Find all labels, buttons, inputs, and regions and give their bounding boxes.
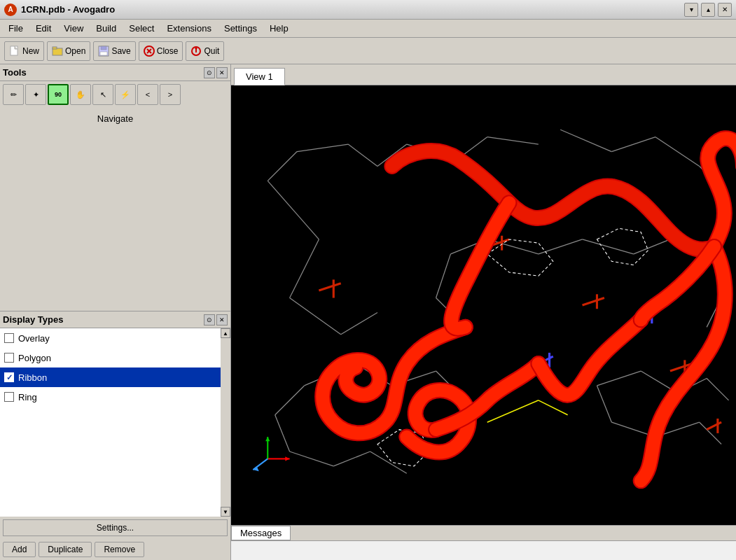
settings-button[interactable]: Settings... <box>3 519 228 536</box>
close-file-icon <box>144 46 155 57</box>
tools-panel-controls: ⊙ ✕ <box>204 67 228 78</box>
ring-label: Ring <box>18 392 37 402</box>
window-controls: ▾ ▴ ✕ <box>684 3 732 17</box>
tools-section: Tools ⊙ ✕ ✏ ✦ 90 ✋ ↖ ⚡ < > Navigate <box>0 64 230 312</box>
save-icon <box>98 46 109 57</box>
new-button[interactable]: New <box>4 41 44 61</box>
svg-rect-4 <box>101 46 106 50</box>
title-bar: A 1CRN.pdb - Avogadro ▾ ▴ ✕ <box>0 0 736 20</box>
main-toolbar: New Open Save Close <box>0 38 736 64</box>
open-button[interactable]: Open <box>47 41 90 61</box>
tools-title: Tools <box>3 67 27 78</box>
polygon-label: Polygon <box>18 353 51 363</box>
tools-float-button[interactable]: ⊙ <box>204 67 215 78</box>
new-icon <box>9 46 20 57</box>
menu-edit[interactable]: Edit <box>30 22 57 35</box>
tool-rotate[interactable]: 90 <box>48 84 69 105</box>
title-bar-left: A 1CRN.pdb - Avogadro <box>4 4 115 16</box>
display-item-ring[interactable]: Ring <box>0 387 230 407</box>
viewport[interactable] <box>231 85 736 525</box>
display-list: Overlay Polygon Ribbon Ring <box>0 328 230 407</box>
duplicate-button[interactable]: Duplicate <box>39 542 92 557</box>
display-types-header: Display Types ⊙ ✕ <box>0 312 230 328</box>
quit-icon <box>190 46 202 57</box>
ribbon-checkbox[interactable] <box>4 372 14 382</box>
window-title: 1CRN.pdb - Avogadro <box>21 4 115 15</box>
display-item-polygon[interactable]: Polygon <box>0 348 230 368</box>
svg-rect-0 <box>11 46 18 55</box>
messages-content <box>231 541 736 560</box>
messages-tabs: Messages <box>231 526 736 541</box>
save-button[interactable]: Save <box>93 41 135 61</box>
view-tabs: View 1 <box>231 64 736 85</box>
display-types-title: Display Types <box>3 314 63 325</box>
svg-rect-2 <box>53 47 57 49</box>
display-item-ribbon[interactable]: Ribbon <box>0 368 230 387</box>
messages-area: Messages <box>231 525 736 560</box>
minimize-button[interactable]: ▾ <box>684 3 698 17</box>
tools-close-button[interactable]: ✕ <box>216 67 228 78</box>
add-button[interactable]: Add <box>3 542 36 557</box>
view-tab-1[interactable]: View 1 <box>234 68 285 85</box>
app-icon: A <box>4 4 17 16</box>
display-types-close-button[interactable]: ✕ <box>216 314 228 326</box>
menu-help[interactable]: Help <box>264 22 294 35</box>
overlay-checkbox[interactable] <box>4 333 14 343</box>
messages-tab[interactable]: Messages <box>231 526 291 540</box>
svg-rect-5 <box>100 52 107 55</box>
tools-header: Tools ⊙ ✕ <box>0 64 230 81</box>
tool-select[interactable]: ✦ <box>25 84 46 105</box>
menu-bar: File Edit View Build Select Extensions S… <box>0 20 736 38</box>
remove-button[interactable]: Remove <box>95 542 144 557</box>
polygon-checkbox[interactable] <box>4 353 14 363</box>
close-button[interactable]: ✕ <box>718 3 732 17</box>
tool-arrow[interactable]: ↖ <box>92 84 113 105</box>
close-file-button[interactable]: Close <box>139 41 183 61</box>
menu-build[interactable]: Build <box>90 22 122 35</box>
display-list-scrollbar[interactable]: ▲ ▼ <box>221 328 230 517</box>
menu-settings[interactable]: Settings <box>218 22 263 35</box>
overlay-label: Overlay <box>18 333 50 344</box>
tool-prev[interactable]: < <box>137 84 158 105</box>
open-icon <box>52 46 63 57</box>
tool-next[interactable]: > <box>160 84 181 105</box>
ribbon-label: Ribbon <box>18 372 47 383</box>
maximize-button[interactable]: ▴ <box>701 3 715 17</box>
left-panel: Tools ⊙ ✕ ✏ ✦ 90 ✋ ↖ ⚡ < > Navigate <box>0 64 231 560</box>
menu-extensions[interactable]: Extensions <box>161 22 217 35</box>
menu-select[interactable]: Select <box>123 22 160 35</box>
display-types-controls: ⊙ ✕ <box>204 314 228 326</box>
menu-view[interactable]: View <box>58 22 89 35</box>
right-panel: View 1 <box>231 64 736 560</box>
navigate-label: Navigate <box>97 113 133 124</box>
scroll-down-arrow[interactable]: ▼ <box>221 507 230 517</box>
tools-content: Navigate <box>0 108 230 311</box>
tool-bond[interactable]: ⚡ <box>115 84 136 105</box>
display-types-section: Display Types ⊙ ✕ Overlay Polygon <box>0 312 230 560</box>
display-item-overlay[interactable]: Overlay <box>0 328 230 348</box>
ring-checkbox[interactable] <box>4 392 14 402</box>
display-list-container: Overlay Polygon Ribbon Ring <box>0 328 230 517</box>
quit-button[interactable]: Quit <box>186 41 224 61</box>
tools-toolbar: ✏ ✦ 90 ✋ ↖ ⚡ < > <box>0 81 230 108</box>
display-types-float-button[interactable]: ⊙ <box>204 314 215 326</box>
scroll-up-arrow[interactable]: ▲ <box>221 328 230 338</box>
main-layout: Tools ⊙ ✕ ✏ ✦ 90 ✋ ↖ ⚡ < > Navigate <box>0 64 736 560</box>
display-actions: Add Duplicate Remove <box>0 539 230 560</box>
menu-file[interactable]: File <box>3 22 29 35</box>
tool-hand[interactable]: ✋ <box>70 84 91 105</box>
molecule-visualization <box>231 85 736 525</box>
tool-draw[interactable]: ✏ <box>3 84 24 105</box>
